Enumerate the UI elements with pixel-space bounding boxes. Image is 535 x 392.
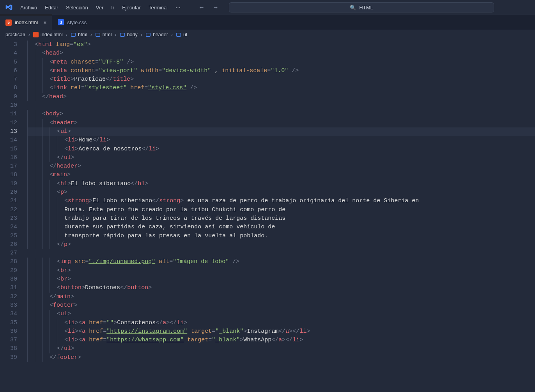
code-line[interactable] xyxy=(27,249,535,258)
line-number: 6 xyxy=(0,67,27,75)
code-line[interactable]: </header> xyxy=(27,162,535,171)
tab-index-html[interactable]: 5index.html× xyxy=(0,15,52,30)
breadcrumb-header[interactable]: header xyxy=(145,32,168,37)
code-line[interactable]: <img src="./img/unnamed.png" alt="Imágen… xyxy=(27,258,535,266)
line-number: 30 xyxy=(0,275,27,284)
line-number: 8 xyxy=(0,84,27,92)
breadcrumb-label: ul xyxy=(183,32,187,37)
code-line[interactable]: <ul> xyxy=(27,127,535,136)
css-file-icon: 3 xyxy=(58,19,64,25)
nav-back-icon[interactable]: ← xyxy=(196,2,207,12)
code-line[interactable]: <strong>El lobo siberiano</strong> es un… xyxy=(27,197,535,205)
menu-terminal[interactable]: Terminal xyxy=(145,2,172,13)
code-line[interactable]: <link rel="stylesheet" href="style.css" … xyxy=(27,84,535,92)
code-line[interactable]: <meta charset="UTF-8" /> xyxy=(27,58,535,67)
code-line[interactable]: <header> xyxy=(27,119,535,127)
symbol-icon xyxy=(176,32,181,37)
menu-overflow[interactable]: ⋯ xyxy=(172,2,184,13)
code-line[interactable]: <h1>El lobo siberiano</h1> xyxy=(27,180,535,188)
code-line[interactable]: <li><a href="https://instagram.com" targ… xyxy=(27,327,535,336)
code-line[interactable]: Rusia. Este perro fue creado por la trib… xyxy=(27,206,535,214)
search-text: HTML xyxy=(359,5,373,11)
code-line[interactable] xyxy=(27,101,535,110)
code-editor[interactable]: 3456789101112131415161718192021222324252… xyxy=(0,40,535,392)
tab-label: index.html xyxy=(15,19,38,25)
breadcrumb-label: body xyxy=(127,32,138,37)
line-number: 14 xyxy=(0,136,27,145)
line-number: 23 xyxy=(0,214,27,223)
line-number: 22 xyxy=(0,206,27,214)
code-line[interactable]: <button>Donaciones</button> xyxy=(27,284,535,292)
breadcrumb[interactable]: practica6›5index.html›html›html›body›hea… xyxy=(0,30,535,40)
chevron-right-icon: › xyxy=(28,32,30,37)
code-line[interactable]: <main> xyxy=(27,171,535,179)
line-number: 29 xyxy=(0,267,27,275)
code-line[interactable]: <li><a href="https://whatsapp.com" targe… xyxy=(27,336,535,344)
chevron-right-icon: › xyxy=(115,32,116,37)
menu-editar[interactable]: Editar xyxy=(41,2,62,13)
code-line[interactable]: </ul> xyxy=(27,154,535,162)
code-line[interactable]: <p> xyxy=(27,188,535,197)
line-number: 5 xyxy=(0,58,27,67)
chevron-right-icon: › xyxy=(141,32,142,37)
breadcrumb-practica6[interactable]: practica6 xyxy=(5,32,25,37)
tab-style-css[interactable]: 3style.css xyxy=(52,15,92,30)
breadcrumb-html[interactable]: html xyxy=(71,32,87,37)
menu-archivo[interactable]: Archivo xyxy=(16,2,41,13)
html-file-icon: 5 xyxy=(33,32,39,37)
nav-arrows: ← → xyxy=(196,2,221,12)
code-line[interactable]: <br> xyxy=(27,267,535,275)
code-line[interactable]: <html lang="es"> xyxy=(27,41,535,49)
code-line[interactable]: <ul> xyxy=(27,310,535,318)
breadcrumb-label: html xyxy=(103,32,112,37)
line-number: 24 xyxy=(0,223,27,231)
breadcrumb-label: header xyxy=(153,32,168,37)
menu-ver[interactable]: Ver xyxy=(92,2,108,13)
code-line[interactable]: <li><a href="">Contactenos</a></li> xyxy=(27,319,535,327)
code-line[interactable]: durante sus partidas de caza, sirviendo … xyxy=(27,223,535,231)
line-number: 16 xyxy=(0,154,27,162)
code-line[interactable]: trabajo para tirar de los trineos a trav… xyxy=(27,214,535,223)
breadcrumb-ul[interactable]: ul xyxy=(176,32,187,37)
menu-ir[interactable]: Ir xyxy=(107,2,118,13)
close-icon[interactable]: × xyxy=(43,19,46,26)
code-line[interactable]: <meta content="view-port" width="device-… xyxy=(27,67,535,75)
code-line[interactable]: <body> xyxy=(27,110,535,118)
line-number: 17 xyxy=(0,162,27,171)
code-line[interactable]: </ul> xyxy=(27,344,535,353)
code-line[interactable]: </head> xyxy=(27,93,535,101)
code-line[interactable]: <li>Acerca de nosotros</li> xyxy=(27,145,535,154)
line-number: 34 xyxy=(0,310,27,318)
line-number: 31 xyxy=(0,284,27,292)
command-center-search[interactable]: 🔍 HTML xyxy=(229,2,494,12)
code-line[interactable]: <head> xyxy=(27,49,535,58)
line-number: 20 xyxy=(0,188,27,197)
line-number: 32 xyxy=(0,293,27,301)
code-line[interactable]: <footer> xyxy=(27,301,535,310)
code-line[interactable]: </footer> xyxy=(27,353,535,362)
menu-selección[interactable]: Selección xyxy=(62,2,92,13)
symbol-icon xyxy=(95,32,101,37)
code-line[interactable]: <br> xyxy=(27,275,535,284)
code-line[interactable]: <li>Home</li> xyxy=(27,136,535,145)
code-line[interactable]: </main> xyxy=(27,293,535,301)
code-area[interactable]: <html lang="es"> <head> <meta charset="U… xyxy=(27,40,535,392)
line-number: 3 xyxy=(0,41,27,49)
breadcrumb-index.html[interactable]: 5index.html xyxy=(33,32,63,37)
search-icon: 🔍 xyxy=(350,5,356,11)
menu-ejecutar[interactable]: Ejecutar xyxy=(118,2,145,13)
code-line[interactable]: <title>Practica6</title> xyxy=(27,75,535,84)
line-number: 26 xyxy=(0,240,27,249)
code-line[interactable]: </p> xyxy=(27,240,535,249)
svg-rect-8 xyxy=(177,33,181,37)
line-number: 35 xyxy=(0,319,27,327)
line-number: 36 xyxy=(0,327,27,336)
line-number: 10 xyxy=(0,101,27,110)
symbol-icon xyxy=(71,32,76,37)
nav-forward-icon[interactable]: → xyxy=(210,2,221,12)
line-number: 15 xyxy=(0,145,27,154)
breadcrumb-body[interactable]: body xyxy=(120,32,138,37)
breadcrumb-label: html xyxy=(78,32,87,37)
code-line[interactable]: transporte rápido para las presas en la … xyxy=(27,232,535,240)
breadcrumb-html[interactable]: html xyxy=(95,32,112,37)
